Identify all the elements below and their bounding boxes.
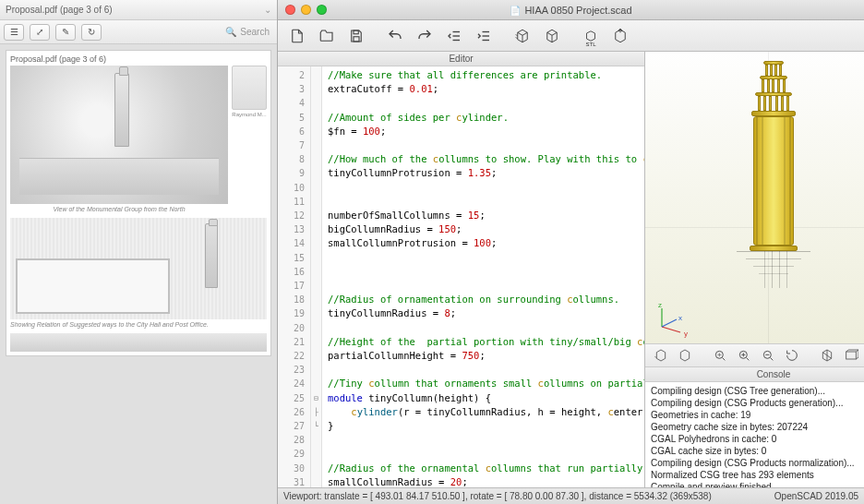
- view-all-button[interactable]: [710, 346, 730, 365]
- pdf-rotate-button[interactable]: ↻: [81, 24, 102, 41]
- send-to-print-button[interactable]: [606, 24, 634, 48]
- reset-view-button[interactable]: [782, 346, 802, 365]
- axes-indicator: z y x: [651, 301, 688, 338]
- pdf-page: Proposal.pdf (page 3 of 6) View of the M…: [6, 50, 271, 356]
- pdf-person-caption: Raymond M...: [232, 112, 267, 117]
- svg-line-9: [662, 327, 680, 332]
- window-minimize-button[interactable]: [301, 5, 311, 15]
- svg-rect-1: [354, 36, 359, 41]
- pdf-toolbar: ☰ ⤢ ✎ ↻ 🔍 Search: [0, 20, 277, 44]
- code-text[interactable]: //Make sure that all differences are pri…: [322, 66, 644, 487]
- new-file-button[interactable]: [283, 24, 311, 48]
- code-editor[interactable]: 2 3 4 5 6 7 8 9 10 11 12 13 14 15 16 17 …: [278, 66, 644, 487]
- svg-rect-16: [846, 352, 857, 359]
- console-output[interactable]: Compiling design (CSG Tree generation)..…: [645, 382, 864, 487]
- pdf-figure-bottom: [10, 333, 267, 352]
- svg-line-10: [662, 319, 677, 327]
- axes-toggle-button[interactable]: [817, 346, 837, 365]
- redo-button[interactable]: [411, 24, 438, 48]
- export-stl-button[interactable]: STL: [577, 24, 605, 48]
- pdf-figure-aerial: [10, 66, 228, 204]
- editor-header: Editor: [278, 52, 644, 66]
- window-zoom-button[interactable]: [317, 5, 327, 15]
- chevron-down-icon[interactable]: ⌄: [264, 5, 271, 15]
- version-label: OpenSCAD 2019.05: [774, 491, 858, 501]
- pdf-caption-2: Showing Relation of Suggested ways to th…: [10, 319, 267, 330]
- pdf-page-label: Proposal.pdf (page 3 of 6): [10, 54, 267, 64]
- rendered-model: [737, 61, 810, 288]
- search-placeholder: Search: [240, 27, 270, 37]
- openscad-window: HIAA 0850 Project.scad STL Editor 2 3 4 …: [277, 0, 864, 504]
- openscad-toolbar: STL: [278, 20, 864, 52]
- search-icon: 🔍: [225, 27, 236, 37]
- preview-button[interactable]: [509, 24, 536, 48]
- sidebar-toggle-button[interactable]: ☰: [4, 24, 24, 41]
- fold-gutter[interactable]: ⊟ ├ └ ⊟ ├ └ ⊟ ⊟ ├: [311, 66, 322, 487]
- pdf-viewer-window: Proposal.pdf (page 3 of 6) ⌄ ☰ ⤢ ✎ ↻ 🔍 S…: [0, 0, 277, 504]
- console-header: Console: [645, 367, 864, 382]
- status-bar: Viewport: translate = [ 493.01 84.17 510…: [278, 487, 864, 504]
- zoom-in-button[interactable]: [734, 346, 754, 365]
- 3d-viewport[interactable]: z y x: [645, 52, 864, 343]
- perspective-button[interactable]: [841, 346, 861, 365]
- pdf-title: Proposal.pdf (page 3 of 6): [6, 5, 260, 15]
- undo-button[interactable]: [381, 24, 409, 48]
- openscad-titlebar[interactable]: HIAA 0850 Project.scad: [278, 0, 864, 20]
- pdf-markup-button[interactable]: ✎: [55, 24, 76, 41]
- indent-button[interactable]: [470, 24, 498, 48]
- editor-panel: Editor 2 3 4 5 6 7 8 9 10 11 12 13 14 15…: [278, 52, 645, 487]
- pdf-caption-1: View of the Monumental Group from the No…: [10, 204, 228, 214]
- openscad-title: HIAA 0850 Project.scad: [278, 5, 864, 16]
- zoom-out-button[interactable]: [758, 346, 778, 365]
- viewport-status: Viewport: translate = [ 493.01 84.17 510…: [283, 491, 712, 501]
- render-button[interactable]: [538, 24, 566, 48]
- pdf-search[interactable]: 🔍 Search: [107, 27, 273, 37]
- line-number-gutter: 2 3 4 5 6 7 8 9 10 11 12 13 14 15 16 17 …: [278, 66, 311, 487]
- save-file-button[interactable]: [342, 24, 370, 48]
- zoom-button[interactable]: ⤢: [30, 24, 50, 41]
- render-view-button[interactable]: [675, 346, 695, 365]
- preview-view-button[interactable]: [651, 346, 671, 365]
- pdf-figure-plan: [10, 218, 267, 319]
- unindent-button[interactable]: [440, 24, 468, 48]
- svg-rect-0: [354, 30, 358, 34]
- console-panel: Console Compiling design (CSG Tree gener…: [645, 367, 864, 487]
- window-close-button[interactable]: [285, 5, 295, 15]
- pdf-titlebar: Proposal.pdf (page 3 of 6) ⌄: [0, 0, 277, 20]
- pdf-portrait: [232, 66, 267, 110]
- pdf-content[interactable]: Proposal.pdf (page 3 of 6) View of the M…: [0, 44, 277, 504]
- open-file-button[interactable]: [313, 24, 341, 48]
- viewport-toolbar: ⋮: [645, 343, 864, 367]
